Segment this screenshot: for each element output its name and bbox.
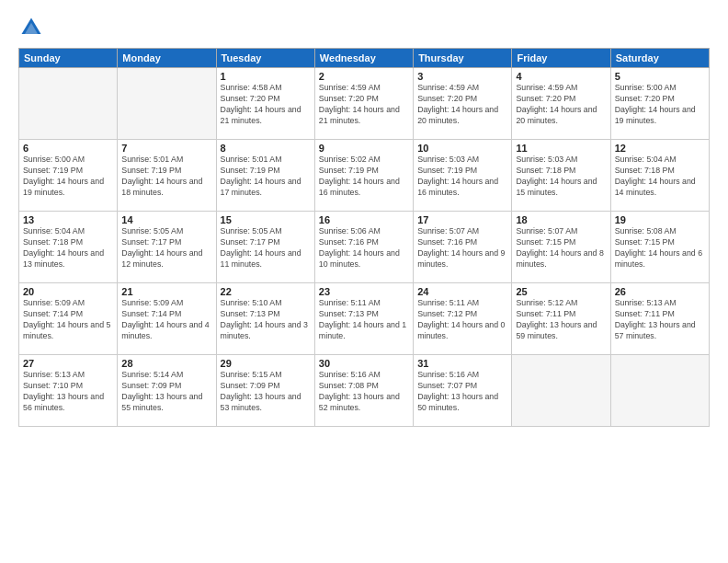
day-info: Sunrise: 5:13 AM Sunset: 7:10 PM Dayligh… [23, 370, 113, 414]
day-number: 28 [121, 358, 211, 369]
day-number: 20 [23, 286, 113, 297]
day-info: Sunrise: 5:04 AM Sunset: 7:18 PM Dayligh… [23, 226, 113, 270]
day-header-sunday: Sunday [19, 49, 118, 68]
day-number: 11 [516, 143, 606, 154]
day-number: 8 [221, 143, 311, 154]
calendar-cell: 11Sunrise: 5:03 AM Sunset: 7:18 PM Dayli… [512, 140, 610, 212]
day-info: Sunrise: 5:02 AM Sunset: 7:19 PM Dayligh… [319, 155, 409, 199]
calendar-cell: 7Sunrise: 5:01 AM Sunset: 7:19 PM Daylig… [118, 140, 216, 212]
calendar-cell: 31Sunrise: 5:16 AM Sunset: 7:07 PM Dayli… [414, 355, 512, 427]
day-info: Sunrise: 5:09 AM Sunset: 7:14 PM Dayligh… [121, 298, 211, 342]
calendar-cell: 15Sunrise: 5:05 AM Sunset: 7:17 PM Dayli… [216, 212, 314, 283]
calendar-cell: 24Sunrise: 5:11 AM Sunset: 7:12 PM Dayli… [414, 283, 512, 355]
day-number: 13 [23, 214, 113, 225]
day-number: 23 [319, 286, 409, 297]
day-number: 10 [417, 143, 507, 154]
day-info: Sunrise: 5:07 AM Sunset: 7:16 PM Dayligh… [417, 226, 507, 270]
day-header-row: SundayMondayTuesdayWednesdayThursdayFrid… [19, 49, 710, 68]
day-info: Sunrise: 5:14 AM Sunset: 7:09 PM Dayligh… [121, 370, 211, 414]
calendar-cell: 16Sunrise: 5:06 AM Sunset: 7:16 PM Dayli… [314, 212, 413, 283]
calendar-cell: 3Sunrise: 4:59 AM Sunset: 7:20 PM Daylig… [414, 68, 512, 140]
day-info: Sunrise: 5:05 AM Sunset: 7:17 PM Dayligh… [121, 226, 211, 270]
day-number: 14 [121, 214, 211, 225]
day-number: 25 [516, 286, 606, 297]
calendar-cell: 29Sunrise: 5:15 AM Sunset: 7:09 PM Dayli… [216, 355, 314, 427]
day-info: Sunrise: 5:13 AM Sunset: 7:11 PM Dayligh… [615, 298, 705, 342]
calendar-cell: 13Sunrise: 5:04 AM Sunset: 7:18 PM Dayli… [19, 212, 118, 283]
day-number: 27 [23, 358, 113, 369]
calendar-cell: 30Sunrise: 5:16 AM Sunset: 7:08 PM Dayli… [314, 355, 413, 427]
calendar-cell: 12Sunrise: 5:04 AM Sunset: 7:18 PM Dayli… [610, 140, 709, 212]
page: SundayMondayTuesdayWednesdayThursdayFrid… [0, 0, 728, 563]
calendar-cell: 9Sunrise: 5:02 AM Sunset: 7:19 PM Daylig… [314, 140, 413, 212]
logo-icon [18, 15, 44, 40]
calendar-cell [610, 355, 709, 427]
calendar-cell: 14Sunrise: 5:05 AM Sunset: 7:17 PM Dayli… [118, 212, 216, 283]
day-info: Sunrise: 5:15 AM Sunset: 7:09 PM Dayligh… [221, 370, 311, 414]
logo [18, 15, 48, 40]
day-info: Sunrise: 5:07 AM Sunset: 7:15 PM Dayligh… [516, 226, 606, 270]
day-number: 16 [319, 214, 409, 225]
calendar-cell: 4Sunrise: 4:59 AM Sunset: 7:20 PM Daylig… [512, 68, 610, 140]
day-header-thursday: Thursday [414, 49, 512, 68]
calendar-table: SundayMondayTuesdayWednesdayThursdayFrid… [18, 48, 710, 427]
day-number: 3 [417, 71, 507, 82]
day-info: Sunrise: 5:03 AM Sunset: 7:18 PM Dayligh… [516, 155, 606, 199]
calendar-cell: 19Sunrise: 5:08 AM Sunset: 7:15 PM Dayli… [610, 212, 709, 283]
day-number: 12 [615, 143, 705, 154]
day-info: Sunrise: 5:16 AM Sunset: 7:07 PM Dayligh… [417, 370, 507, 414]
day-info: Sunrise: 5:11 AM Sunset: 7:12 PM Dayligh… [417, 298, 507, 342]
calendar-cell: 20Sunrise: 5:09 AM Sunset: 7:14 PM Dayli… [19, 283, 118, 355]
day-number: 17 [417, 214, 507, 225]
day-info: Sunrise: 5:09 AM Sunset: 7:14 PM Dayligh… [23, 298, 113, 342]
day-info: Sunrise: 4:58 AM Sunset: 7:20 PM Dayligh… [221, 83, 311, 127]
calendar-cell: 1Sunrise: 4:58 AM Sunset: 7:20 PM Daylig… [216, 68, 314, 140]
calendar-cell: 22Sunrise: 5:10 AM Sunset: 7:13 PM Dayli… [216, 283, 314, 355]
calendar-week-3: 13Sunrise: 5:04 AM Sunset: 7:18 PM Dayli… [19, 212, 710, 283]
day-number: 1 [221, 71, 311, 82]
calendar-cell: 26Sunrise: 5:13 AM Sunset: 7:11 PM Dayli… [610, 283, 709, 355]
day-number: 5 [615, 71, 705, 82]
day-info: Sunrise: 5:16 AM Sunset: 7:08 PM Dayligh… [319, 370, 409, 414]
day-info: Sunrise: 5:00 AM Sunset: 7:19 PM Dayligh… [23, 155, 113, 199]
day-number: 9 [319, 143, 409, 154]
day-info: Sunrise: 5:06 AM Sunset: 7:16 PM Dayligh… [319, 226, 409, 270]
calendar-cell: 28Sunrise: 5:14 AM Sunset: 7:09 PM Dayli… [118, 355, 216, 427]
calendar-cell: 17Sunrise: 5:07 AM Sunset: 7:16 PM Dayli… [414, 212, 512, 283]
header [18, 15, 710, 40]
day-info: Sunrise: 4:59 AM Sunset: 7:20 PM Dayligh… [516, 83, 606, 127]
day-info: Sunrise: 5:11 AM Sunset: 7:13 PM Dayligh… [319, 298, 409, 342]
day-info: Sunrise: 5:08 AM Sunset: 7:15 PM Dayligh… [615, 226, 705, 270]
day-header-monday: Monday [118, 49, 216, 68]
calendar-cell: 2Sunrise: 4:59 AM Sunset: 7:20 PM Daylig… [314, 68, 413, 140]
calendar-cell: 10Sunrise: 5:03 AM Sunset: 7:19 PM Dayli… [414, 140, 512, 212]
day-number: 30 [319, 358, 409, 369]
calendar-cell: 23Sunrise: 5:11 AM Sunset: 7:13 PM Dayli… [314, 283, 413, 355]
calendar-cell [512, 355, 610, 427]
day-header-tuesday: Tuesday [216, 49, 314, 68]
day-header-friday: Friday [512, 49, 610, 68]
day-number: 19 [615, 214, 705, 225]
day-header-saturday: Saturday [610, 49, 709, 68]
day-number: 29 [221, 358, 311, 369]
calendar-week-1: 1Sunrise: 4:58 AM Sunset: 7:20 PM Daylig… [19, 68, 710, 140]
day-number: 15 [221, 214, 311, 225]
day-number: 24 [417, 286, 507, 297]
day-header-wednesday: Wednesday [314, 49, 413, 68]
day-info: Sunrise: 5:00 AM Sunset: 7:20 PM Dayligh… [615, 83, 705, 127]
day-info: Sunrise: 5:05 AM Sunset: 7:17 PM Dayligh… [221, 226, 311, 270]
day-info: Sunrise: 5:01 AM Sunset: 7:19 PM Dayligh… [121, 155, 211, 199]
day-number: 22 [221, 286, 311, 297]
calendar-cell: 6Sunrise: 5:00 AM Sunset: 7:19 PM Daylig… [19, 140, 118, 212]
day-number: 7 [121, 143, 211, 154]
calendar-week-4: 20Sunrise: 5:09 AM Sunset: 7:14 PM Dayli… [19, 283, 710, 355]
day-info: Sunrise: 5:03 AM Sunset: 7:19 PM Dayligh… [417, 155, 507, 199]
calendar-cell: 18Sunrise: 5:07 AM Sunset: 7:15 PM Dayli… [512, 212, 610, 283]
day-number: 6 [23, 143, 113, 154]
calendar-cell [19, 68, 118, 140]
day-number: 18 [516, 214, 606, 225]
day-number: 21 [121, 286, 211, 297]
calendar-cell: 27Sunrise: 5:13 AM Sunset: 7:10 PM Dayli… [19, 355, 118, 427]
day-info: Sunrise: 5:12 AM Sunset: 7:11 PM Dayligh… [516, 298, 606, 342]
day-info: Sunrise: 5:10 AM Sunset: 7:13 PM Dayligh… [221, 298, 311, 342]
